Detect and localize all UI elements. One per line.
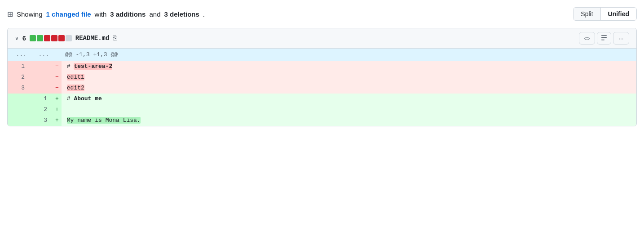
old-line-num	[8, 104, 30, 115]
new-line-num: 3	[30, 115, 53, 126]
table-row: 2 +	[8, 104, 636, 115]
added-text: About me	[74, 95, 101, 102]
line-sign: +	[53, 94, 62, 104]
line-sign: −	[53, 61, 62, 72]
changed-files-link[interactable]: 1 changed file	[46, 10, 91, 18]
file-header-left: ∨ 6 README.md ⎘	[15, 34, 117, 42]
unified-button[interactable]: Unified	[601, 8, 636, 20]
table-row: 3 + My name is Mona Lisa.	[8, 115, 636, 126]
old-line-num	[8, 94, 30, 104]
new-line-num: 2	[30, 104, 53, 115]
summary-text: ⊞ Showing 1 changed file with 3 addition…	[7, 10, 205, 18]
highlight-add: My name is Mona Lisa.	[67, 117, 141, 124]
old-line-num: 1	[8, 61, 30, 72]
top-bar: ⊞ Showing 1 changed file with 3 addition…	[7, 7, 637, 21]
copy-path-icon[interactable]: ⎘	[113, 34, 117, 42]
line-code: My name is Mona Lisa.	[62, 115, 636, 126]
color-block-2	[37, 35, 43, 41]
deleted-text: test-area-2	[74, 63, 112, 70]
highlight-del: edit2	[67, 85, 84, 91]
collapse-chevron[interactable]: ∨	[15, 35, 19, 41]
table-row: 1 − # test-area-2	[8, 61, 636, 72]
diff-table: ... ... @@ -1,3 +1,3 @@ 1 − # test-area-…	[8, 49, 636, 126]
line-count: 6	[22, 35, 26, 42]
and-label: and	[149, 10, 160, 18]
line-code: # About me	[62, 94, 636, 104]
view-raw-button[interactable]	[597, 32, 611, 45]
line-code: # test-area-2	[62, 61, 636, 72]
new-line-num	[30, 61, 53, 72]
line-sign: −	[53, 72, 62, 83]
table-row: 2 − edit1	[8, 72, 636, 83]
line-sign: −	[53, 83, 62, 94]
diff-container: ∨ 6 README.md ⎘ <> ···	[7, 28, 637, 126]
old-line-num	[8, 115, 30, 126]
highlight-del: test-area-2	[74, 63, 112, 70]
showing-label: Showing	[17, 10, 43, 18]
hunk-header-text: @@ -1,3 +1,3 @@	[62, 49, 636, 61]
line-sign: +	[53, 115, 62, 126]
table-row: 3 − edit2	[8, 83, 636, 94]
new-line-num	[30, 72, 53, 83]
deletions-label: 3 deletions	[164, 10, 199, 18]
hunk-new-num: ...	[30, 49, 53, 61]
split-button[interactable]: Split	[573, 8, 600, 20]
highlight-del: edit1	[67, 74, 84, 80]
old-line-num: 2	[8, 72, 30, 83]
line-code: edit2	[62, 83, 636, 94]
color-blocks	[30, 35, 72, 41]
hunk-sign	[53, 49, 62, 61]
table-row: 1 + # About me	[8, 94, 636, 104]
new-line-num: 1	[30, 94, 53, 104]
color-block-5	[58, 35, 65, 41]
diff-icon: ⊞	[7, 10, 13, 18]
hunk-header-row: ... ... @@ -1,3 +1,3 @@	[8, 49, 636, 61]
file-header-right: <> ···	[579, 32, 629, 45]
period-label: .	[203, 10, 205, 18]
filename: README.md	[75, 35, 110, 42]
view-code-button[interactable]: <>	[579, 32, 595, 45]
view-toggle: Split Unified	[573, 7, 637, 21]
color-block-3	[44, 35, 50, 41]
with-label: with	[95, 10, 107, 18]
file-header: ∨ 6 README.md ⎘ <> ···	[8, 28, 636, 49]
new-line-num	[30, 83, 53, 94]
line-code: edit1	[62, 72, 636, 83]
more-options-button[interactable]: ···	[613, 32, 629, 45]
additions-label: 3 additions	[110, 10, 146, 18]
old-line-num: 3	[8, 83, 30, 94]
color-block-6	[66, 35, 72, 41]
hunk-old-num: ...	[8, 49, 30, 61]
line-sign: +	[53, 104, 62, 115]
color-block-4	[51, 35, 57, 41]
line-code	[62, 104, 636, 115]
color-block-1	[30, 35, 36, 41]
